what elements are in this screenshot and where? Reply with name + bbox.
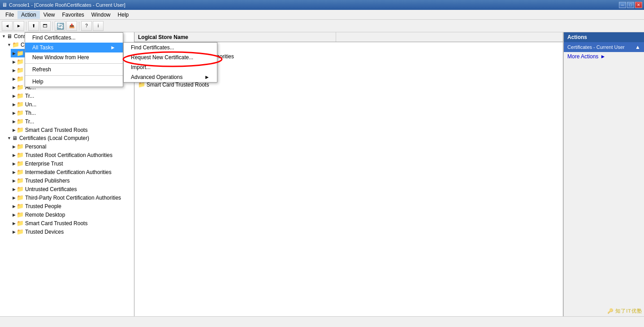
local-computer-item[interactable]: ▼ 🖥 Certificates (Local Computer) (5, 134, 134, 142)
sub-request-cert-label: Request New Certificate... (131, 54, 193, 61)
ctx-all-tasks-label: All Tasks (32, 44, 53, 51)
action-menu-dropdown: Find Certificates... All Tasks ► New Win… (25, 32, 123, 87)
up-button[interactable]: ⬆ (28, 21, 39, 31)
more-actions-label: More Actions (567, 53, 598, 60)
sub-import-label: Import... (131, 64, 151, 70)
ctx-separator-2 (25, 75, 123, 76)
toolbar-separator-2 (52, 22, 53, 31)
ctx-refresh[interactable]: Refresh (25, 65, 123, 74)
menu-file[interactable]: File (2, 11, 17, 19)
folder-icon-cu: 📁 (12, 41, 19, 48)
menu-help[interactable]: Help (114, 11, 133, 19)
actions-header: Actions (564, 32, 644, 42)
app-icon: 🖥 (2, 2, 7, 8)
menu-action[interactable]: Action (17, 11, 39, 19)
cu-tr3[interactable]: ▶ 📁 Tr... (11, 117, 134, 126)
menu-view[interactable]: View (40, 11, 59, 19)
actions-cert-item[interactable]: Certificates - Current User ▲ (564, 42, 644, 52)
expand-arrow: ▼ (2, 34, 6, 39)
expand-arrow-cu: ▼ (7, 43, 11, 47)
ctx-refresh-label: Refresh (32, 66, 51, 73)
lc-untrusted-label: Untrusted Certificates (25, 186, 77, 192)
ctx-separator-1 (25, 63, 123, 64)
lc-trusted-people[interactable]: ▶ 📁 Trusted People (11, 202, 134, 210)
ctx-new-window-label: New Window from Here (32, 54, 89, 61)
lc-enterprise[interactable]: ▶ 📁 Enterprise Trust (11, 159, 134, 168)
lc-trusted-root-label: Trusted Root Certification Authorities (25, 152, 112, 158)
toolbar-separator (26, 22, 26, 31)
sub-advanced[interactable]: Advanced Operations ► (124, 72, 217, 82)
watermark: 🔑 知了IT优塾 (607, 308, 642, 314)
help-button-2[interactable]: i (93, 21, 104, 31)
more-actions-link[interactable]: More Actions ► (564, 52, 644, 61)
sub-advanced-label: Advanced Operations (131, 74, 182, 80)
logical-store-name-header: Logical Store Name (134, 32, 336, 42)
lc-remote-desktop-label: Remote Desktop (25, 212, 65, 218)
actions-cert-label: Certificates - Current User (567, 44, 625, 50)
refresh-button[interactable]: 🔄 (55, 21, 65, 31)
smart-card-label-cu: Smart Card Trusted Roots (25, 127, 87, 133)
cu-tr2[interactable]: ▶ 📁 Tr... (11, 92, 134, 100)
title-bar: 🖥 Console1 - [Console Root\Certificates … (0, 0, 644, 10)
watermark-icon: 🔑 (607, 308, 614, 314)
lc-intermediate-label: Intermediate Certification Authorities (25, 169, 112, 175)
lc-third-party-label: Third-Party Root Certification Authoriti… (25, 195, 121, 201)
cu-smart-card[interactable]: ▶ 📁 Smart Card Trusted Roots (11, 126, 134, 134)
ctx-all-tasks[interactable]: All Tasks ► (25, 43, 123, 52)
new-window-button[interactable]: 🗔 (40, 21, 51, 31)
lc-remote-desktop[interactable]: ▶ 📁 Remote Desktop (11, 210, 134, 219)
status-bar (0, 316, 644, 327)
expand-arrow-lc: ▼ (7, 136, 11, 140)
back-button[interactable]: ◄ (2, 21, 13, 31)
lc-children: ▶ 📁 Personal ▶ 📁 Trusted Root Certificat… (5, 142, 134, 236)
restore-button[interactable]: □ (627, 2, 634, 8)
sub-find-certs[interactable]: Find Certificates... (124, 43, 217, 52)
lc-trusted-people-label: Trusted People (25, 203, 61, 209)
actions-expand-icon: ▲ (635, 44, 640, 50)
ctx-new-window[interactable]: New Window from Here (25, 52, 123, 62)
lc-intermediate[interactable]: ▶ 📁 Intermediate Certification Authoriti… (11, 168, 134, 176)
window-controls[interactable]: ─ □ ✕ (619, 2, 642, 8)
ctx-all-tasks-arrow: ► (110, 44, 116, 51)
export-button[interactable]: 📤 (66, 21, 77, 31)
lc-untrusted[interactable]: ▶ 📁 Untrusted Certificates (11, 185, 134, 193)
help-button-1[interactable]: ? (81, 21, 92, 31)
sub-advanced-arrow: ► (204, 74, 210, 80)
menu-window[interactable]: Window (88, 11, 114, 19)
actions-panel: Actions Certificates - Current User ▲ Mo… (563, 32, 644, 316)
local-computer-label: Certificates (Local Computer) (19, 135, 89, 141)
menu-favorites[interactable]: Favorites (59, 11, 88, 19)
forward-button[interactable]: ► (13, 21, 24, 31)
lc-personal-label: Personal (25, 144, 46, 150)
close-button[interactable]: ✕ (635, 2, 642, 8)
lc-smart-card[interactable]: ▶ 📁 Smart Card Trusted Roots (11, 219, 134, 227)
folder-icon-personal: 📁 (17, 50, 24, 57)
lc-enterprise-label: Enterprise Trust (25, 161, 63, 167)
console-icon: 🖥 (7, 33, 12, 39)
toolbar: ◄ ► ⬆ 🗔 🔄 📤 ? i (0, 20, 644, 32)
cu-un[interactable]: ▶ 📁 Un... (11, 100, 134, 109)
watermark-text: 知了IT优塾 (615, 308, 642, 314)
ctx-help[interactable]: Help (25, 77, 123, 87)
title-bar-text: Console1 - [Console Root\Certificates - … (9, 2, 125, 8)
sub-request-cert[interactable]: Request New Certificate... (124, 52, 217, 62)
lc-smart-card-label: Smart Card Trusted Roots (25, 220, 87, 227)
cu-th[interactable]: ▶ 📁 Th... (11, 109, 134, 117)
computer-icon: 🖥 (12, 135, 17, 141)
arrow-personal: ▶ (13, 51, 16, 56)
lc-personal[interactable]: ▶ 📁 Personal (11, 142, 134, 151)
minimize-button[interactable]: ─ (619, 2, 626, 8)
lc-trusted-root[interactable]: ▶ 📁 Trusted Root Certification Authoriti… (11, 151, 134, 159)
ctx-find-certs[interactable]: Find Certificates... (25, 33, 123, 43)
toolbar-separator-3 (79, 22, 79, 31)
lc-third-party[interactable]: ▶ 📁 Third-Party Root Certification Autho… (11, 193, 134, 202)
column-header: Logical Store Name (134, 32, 563, 42)
lc-trusted-pub-label: Trusted Publishers (25, 178, 70, 184)
ctx-help-label: Help (32, 78, 43, 85)
all-tasks-submenu: Find Certificates... Request New Certifi… (123, 42, 217, 83)
menu-bar: File Action View Favorites Window Help (0, 10, 644, 20)
lc-trusted-pub[interactable]: ▶ 📁 Trusted Publishers (11, 176, 134, 185)
sub-import[interactable]: Import... (124, 62, 217, 72)
sub-find-certs-label: Find Certificates... (131, 44, 174, 51)
lc-trusted-devices[interactable]: ▶ 📁 Trusted Devices (11, 227, 134, 236)
